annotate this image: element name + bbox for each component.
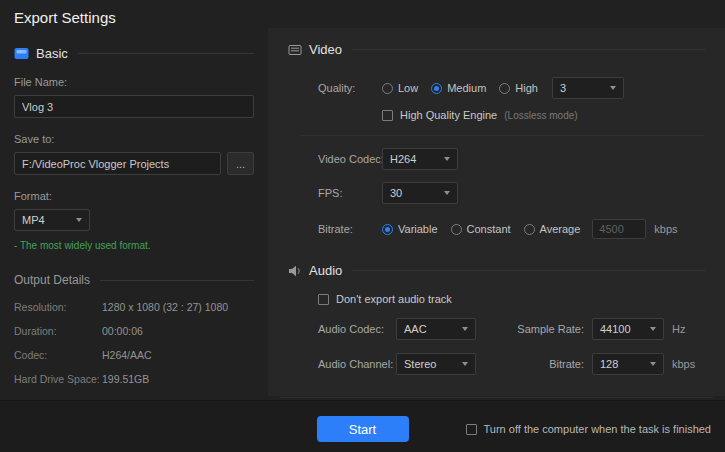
quality-radio-medium[interactable]: Medium xyxy=(431,82,486,94)
audio-section-header: Audio xyxy=(288,263,705,278)
radio-label: Constant xyxy=(467,223,511,235)
shutdown-option[interactable]: Turn off the computer when the task is f… xyxy=(466,423,711,435)
output-details-header: Output Details xyxy=(14,273,254,287)
basic-section-header: Basic xyxy=(14,46,254,61)
sample-rate-label: Sample Rate: xyxy=(496,323,584,335)
audio-codec-dropdown[interactable]: AAC xyxy=(396,318,476,340)
file-name-input[interactable] xyxy=(14,95,254,118)
sample-rate-dropdown[interactable]: 44100 xyxy=(592,318,664,340)
audio-channel-row: Audio Channel: Stereo Bitrate: 128 kbps xyxy=(318,353,705,375)
bitrate-radio-average[interactable]: Average xyxy=(524,223,581,235)
sample-rate-unit: Hz xyxy=(672,323,685,335)
video-icon xyxy=(288,44,302,56)
file-name-field: File Name: xyxy=(14,76,254,118)
radio-circle xyxy=(524,224,535,235)
basic-section-label: Basic xyxy=(36,46,68,61)
page-title: Export Settings xyxy=(14,9,116,26)
audio-codec-row: Audio Codec: AAC Sample Rate: 44100 Hz xyxy=(318,318,705,340)
settings-panel: Video Quality: Low Medium Hi xyxy=(268,28,725,396)
detail-row-codec: Codec: H264/AAC xyxy=(14,349,254,361)
save-to-input[interactable] xyxy=(14,152,221,175)
bitrate-row: Bitrate: Variable Constant Average xyxy=(318,219,705,239)
high-quality-engine-hint: (Lossless mode) xyxy=(504,110,577,121)
detail-label: Resolution: xyxy=(14,301,102,313)
no-audio-label: Don't export audio track xyxy=(336,293,452,305)
no-audio-checkbox[interactable] xyxy=(318,294,329,305)
start-button[interactable]: Start xyxy=(317,416,409,442)
bitrate-label: Bitrate: xyxy=(318,223,382,235)
basic-icon xyxy=(14,47,29,60)
file-name-label: File Name: xyxy=(14,76,254,88)
quality-row: Quality: Low Medium High xyxy=(318,77,705,99)
detail-value: 1280 x 1080 (32 : 27) 1080 xyxy=(102,301,228,313)
format-value: MP4 xyxy=(22,214,45,226)
video-section-label: Video xyxy=(309,42,342,57)
save-to-field: Save to: ... xyxy=(14,133,254,175)
output-details-label: Output Details xyxy=(14,273,90,287)
quality-radio-high[interactable]: High xyxy=(499,82,538,94)
detail-label: Duration: xyxy=(14,325,102,337)
detail-row-resolution: Resolution: 1280 x 1080 (32 : 27) 1080 xyxy=(14,301,254,313)
browse-button[interactable]: ... xyxy=(227,152,254,175)
quality-level-value: 3 xyxy=(560,82,566,94)
bitrate-radio-variable[interactable]: Variable xyxy=(382,223,438,235)
video-codec-label: Video Codec: xyxy=(318,153,382,165)
chevron-down-icon xyxy=(76,218,82,222)
audio-bitrate-dropdown[interactable]: 128 xyxy=(592,353,664,375)
audio-codec-value: AAC xyxy=(404,323,427,335)
footer-bar: Start Turn off the computer when the tas… xyxy=(0,400,725,452)
sample-rate-value: 44100 xyxy=(600,323,631,335)
audio-channel-dropdown[interactable]: Stereo xyxy=(396,353,476,375)
audio-section-label: Audio xyxy=(309,263,342,278)
shutdown-checkbox[interactable] xyxy=(466,424,477,435)
format-dropdown[interactable]: MP4 xyxy=(14,209,90,231)
fps-label: FPS: xyxy=(318,187,382,199)
quality-level-dropdown[interactable]: 3 xyxy=(552,77,624,99)
chevron-down-icon xyxy=(444,191,450,195)
high-quality-engine-row: High Quality Engine (Lossless mode) xyxy=(382,109,705,121)
high-quality-engine-checkbox[interactable] xyxy=(382,110,393,121)
radio-label: Average xyxy=(540,223,581,235)
no-audio-row: Don't export audio track xyxy=(318,293,705,305)
audio-section-body: Don't export audio track Audio Codec: AA… xyxy=(288,293,705,375)
shutdown-label: Turn off the computer when the task is f… xyxy=(484,423,711,435)
video-codec-dropdown[interactable]: H264 xyxy=(382,148,458,170)
divider xyxy=(100,280,254,281)
detail-label: Hard Drive Space: xyxy=(14,373,102,385)
audio-bitrate-label: Bitrate: xyxy=(496,358,584,370)
save-to-label: Save to: xyxy=(14,133,254,145)
radio-circle xyxy=(382,83,393,94)
audio-bitrate-value: 128 xyxy=(600,358,618,370)
video-section-body: Quality: Low Medium High xyxy=(288,77,705,239)
basic-panel: Basic File Name: Save to: ... Format: MP… xyxy=(14,46,254,397)
chevron-down-icon xyxy=(462,362,468,366)
detail-value: 199.51GB xyxy=(102,373,149,385)
format-field: Format: MP4 - The most widely used forma… xyxy=(14,190,254,251)
detail-label: Codec: xyxy=(14,349,102,361)
video-codec-row: Video Codec: H264 xyxy=(318,148,705,170)
chevron-down-icon xyxy=(650,362,656,366)
bitrate-radio-constant[interactable]: Constant xyxy=(451,223,511,235)
high-quality-engine-label: High Quality Engine xyxy=(400,109,497,121)
divider xyxy=(352,270,705,271)
detail-value: 00:00:06 xyxy=(102,325,143,337)
format-hint: - The most widely used format. xyxy=(14,240,254,251)
radio-circle xyxy=(499,83,510,94)
bitrate-unit: kbps xyxy=(654,223,677,235)
divider xyxy=(78,53,254,54)
bitrate-input[interactable] xyxy=(592,219,646,239)
fps-dropdown[interactable]: 30 xyxy=(382,182,458,204)
divider xyxy=(352,49,705,50)
quality-label: Quality: xyxy=(318,82,382,94)
detail-row-hard-drive-space: Hard Drive Space: 199.51GB xyxy=(14,373,254,385)
detail-value: H264/AAC xyxy=(102,349,152,361)
fps-row: FPS: 30 xyxy=(318,182,705,204)
quality-radio-low[interactable]: Low xyxy=(382,82,418,94)
export-settings-dialog: Export Settings Basic File Name: Save to… xyxy=(0,0,725,452)
chevron-down-icon xyxy=(610,86,616,90)
audio-channel-value: Stereo xyxy=(404,358,436,370)
divider xyxy=(300,135,705,136)
radio-circle xyxy=(431,83,442,94)
audio-bitrate-unit: kbps xyxy=(672,358,695,370)
radio-label: Low xyxy=(398,82,418,94)
